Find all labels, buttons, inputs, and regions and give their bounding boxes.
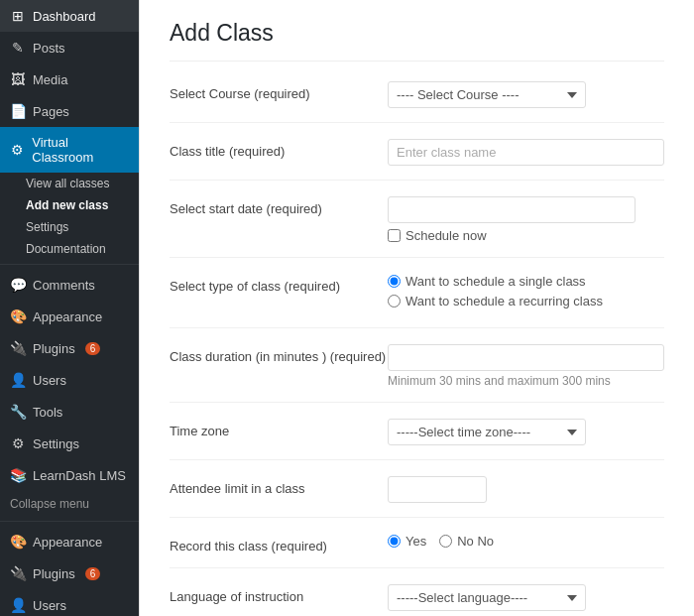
class-title-input[interactable] (388, 139, 664, 166)
sidebar-item-users2[interactable]: 👤 Users (0, 589, 139, 616)
record-no-radio[interactable] (439, 535, 452, 548)
virtual-classroom-icon: ⚙ (10, 142, 25, 158)
class-title-wrap (388, 139, 664, 166)
select-course-wrap: ---- Select Course ---- (388, 81, 664, 108)
sidebar-item-label: Tools (33, 405, 62, 420)
class-type-label: Select type of class (required) (170, 274, 388, 294)
radio-recurring-row: Want to schedule a recurring class (388, 294, 664, 308)
record-label: Record this class (required) (170, 534, 388, 554)
attendee-wrap: 10 (388, 476, 664, 503)
sidebar-item-label: Comments (33, 278, 95, 293)
sidebar-item-pages[interactable]: 📄 Pages (0, 95, 139, 127)
users2-icon: 👤 (10, 597, 26, 613)
comments-icon: 💬 (10, 277, 26, 293)
sidebar: ⊞ Dashboard ✎ Posts 🖼 Media 📄 Pages ⚙ Vi… (0, 0, 139, 616)
duration-label: Class duration (in minutes ) (required) (170, 344, 388, 364)
start-date-input[interactable] (388, 196, 636, 223)
sidebar-item-label: Posts (33, 41, 65, 56)
sidebar-item-posts[interactable]: ✎ Posts (0, 32, 139, 63)
duration-input[interactable]: 60 (388, 344, 664, 371)
sidebar-item-virtual-classroom[interactable]: ⚙ Virtual Classroom (0, 127, 139, 173)
sidebar-item-learndash[interactable]: 📚 LearnDash LMS (0, 459, 139, 491)
sidebar-sub-settings[interactable]: Settings (0, 216, 139, 238)
language-label: Language of instruction (170, 584, 388, 604)
sidebar-divider (0, 264, 139, 265)
sidebar-item-appearance2[interactable]: 🎨 Appearance (0, 526, 139, 557)
record-radio-row: Yes No No (388, 534, 664, 549)
appearance-icon: 🎨 (10, 308, 26, 324)
plugins2-badge: 6 (85, 567, 101, 580)
form-row-start-date: Select start date (required) Schedule no… (170, 196, 664, 258)
timezone-label: Time zone (170, 419, 388, 438)
appearance2-icon: 🎨 (10, 534, 26, 550)
settings-icon: ⚙ (10, 435, 26, 451)
sidebar-item-label: Virtual Classroom (32, 135, 129, 165)
sidebar-item-comments[interactable]: 💬 Comments (0, 269, 139, 301)
form-row-language: Language of instruction -----Select lang… (170, 584, 664, 616)
sidebar-item-label: LearnDash LMS (33, 468, 126, 483)
duration-hint: Minimum 30 mins and maximum 300 mins (388, 374, 664, 388)
sidebar-item-media[interactable]: 🖼 Media (0, 63, 139, 95)
sidebar-item-users[interactable]: 👤 Users (0, 364, 139, 396)
schedule-now-row: Schedule now (388, 228, 664, 243)
sidebar-item-label: Appearance (33, 309, 102, 324)
schedule-now-label: Schedule now (405, 228, 487, 243)
learndash-icon: 📚 (10, 467, 26, 483)
pages-icon: 📄 (10, 103, 26, 119)
sidebar-item-label: Dashboard (33, 9, 96, 24)
posts-icon: ✎ (10, 40, 26, 56)
radio-single-label: Want to schedule a single class (405, 274, 586, 289)
users-icon: 👤 (10, 372, 26, 388)
schedule-now-checkbox[interactable] (388, 229, 401, 242)
select-course-dropdown[interactable]: ---- Select Course ---- (388, 81, 586, 108)
sidebar-item-label: Users (33, 373, 66, 388)
sidebar-item-label: Plugins (33, 566, 75, 581)
plugins-badge: 6 (85, 342, 101, 355)
language-select[interactable]: -----Select language---- (388, 584, 586, 611)
record-yes-radio[interactable] (388, 535, 401, 548)
sidebar-item-plugins[interactable]: 🔌 Plugins 6 (0, 332, 139, 364)
sidebar-sub-documentation[interactable]: Documentation (0, 238, 139, 260)
form-row-record: Record this class (required) Yes No No (170, 534, 664, 568)
page-title: Add Class (170, 20, 664, 62)
sidebar-item-label: Settings (33, 436, 79, 451)
sidebar-sub-view-all-classes[interactable]: View all classes (0, 173, 139, 194)
dashboard-icon: ⊞ (10, 8, 26, 24)
form-row-class-title: Class title (required) (170, 139, 664, 181)
form-row-select-course: Select Course (required) ---- Select Cou… (170, 81, 664, 123)
timezone-select[interactable]: -----Select time zone---- (388, 419, 586, 445)
main-content: Add Class Select Course (required) ---- … (139, 0, 694, 616)
attendee-input[interactable]: 10 (388, 476, 487, 503)
sidebar-divider-2 (0, 521, 139, 522)
start-date-wrap: Schedule now (388, 196, 664, 243)
record-yes-label: Yes (405, 534, 426, 549)
sidebar-item-label: Pages (33, 104, 69, 119)
class-type-wrap: Want to schedule a single class Want to … (388, 274, 664, 313)
sidebar-item-label: Media (33, 72, 67, 87)
media-icon: 🖼 (10, 71, 26, 87)
select-course-label: Select Course (required) (170, 81, 388, 101)
attendee-label: Attendee limit in a class (170, 476, 388, 496)
sidebar-item-appearance[interactable]: 🎨 Appearance (0, 301, 139, 332)
timezone-wrap: -----Select time zone---- (388, 419, 664, 445)
sidebar-item-tools[interactable]: 🔧 Tools (0, 396, 139, 428)
sidebar-sub-add-new-class[interactable]: Add new class (0, 194, 139, 216)
form-row-attendee: Attendee limit in a class 10 (170, 476, 664, 518)
plugins2-icon: 🔌 (10, 565, 26, 581)
sidebar-item-settings[interactable]: ⚙ Settings (0, 428, 139, 459)
collapse-menu[interactable]: Collapse menu (0, 491, 139, 517)
radio-recurring[interactable] (388, 295, 401, 308)
radio-single-row: Want to schedule a single class (388, 274, 664, 289)
class-title-label: Class title (required) (170, 139, 388, 159)
start-date-label: Select start date (required) (170, 196, 388, 216)
duration-wrap: 60 Minimum 30 mins and maximum 300 mins (388, 344, 664, 388)
form-row-timezone: Time zone -----Select time zone---- (170, 419, 664, 460)
record-no-label: No No (457, 534, 494, 549)
sidebar-item-plugins2[interactable]: 🔌 Plugins 6 (0, 557, 139, 589)
radio-single[interactable] (388, 275, 401, 288)
sidebar-item-label: Plugins (33, 341, 75, 356)
sidebar-item-dashboard[interactable]: ⊞ Dashboard (0, 0, 139, 32)
radio-recurring-label: Want to schedule a recurring class (405, 294, 603, 308)
sidebar-item-label: Appearance (33, 535, 102, 550)
record-wrap: Yes No No (388, 534, 664, 554)
